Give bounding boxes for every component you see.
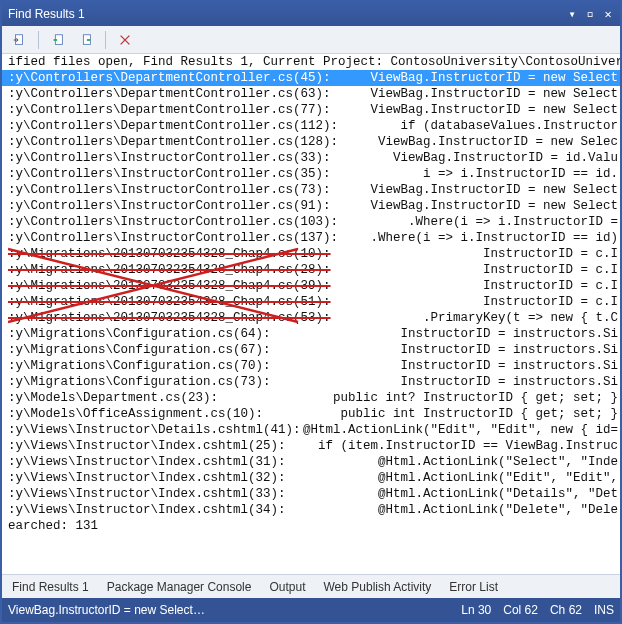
result-path: :y\Controllers\InstructorController.cs(1… bbox=[8, 214, 338, 230]
toolbar bbox=[2, 26, 620, 54]
result-line[interactable]: :y\Views\Instructor\Details.cshtml(41):@… bbox=[2, 422, 620, 438]
result-line[interactable]: :y\Migrations\201307032354328_Chap4.cs(5… bbox=[2, 294, 620, 310]
result-line[interactable]: :y\Controllers\DepartmentController.cs(1… bbox=[2, 118, 620, 134]
window-menu-icon[interactable]: ▾ bbox=[564, 6, 580, 22]
result-snippet: InstructorID = c.I bbox=[331, 246, 620, 262]
result-path: :y\Controllers\InstructorController.cs(3… bbox=[8, 166, 331, 182]
statusbar-ins: INS bbox=[594, 603, 614, 617]
result-snippet: ViewBag.InstructorID = new Selec bbox=[338, 134, 620, 150]
result-snippet: InstructorID = instructors.Si bbox=[271, 358, 620, 374]
result-snippet: ViewBag.InstructorID = id.Valu bbox=[331, 150, 620, 166]
result-path: :y\Migrations\201307032354328_Chap4.cs(2… bbox=[8, 262, 331, 278]
result-snippet: InstructorID = instructors.Si bbox=[271, 342, 620, 358]
result-snippet: InstructorID = c.I bbox=[331, 294, 620, 310]
statusbar-message: ViewBag.InstructorID = new SelectList(db… bbox=[8, 603, 208, 617]
result-snippet: @Html.ActionLink("Edit", "Edit", bbox=[286, 470, 620, 486]
result-line[interactable]: :y\Migrations\Configuration.cs(70):Instr… bbox=[2, 358, 620, 374]
result-path: :y\Controllers\InstructorController.cs(1… bbox=[8, 230, 338, 246]
clear-all-button[interactable] bbox=[114, 29, 136, 51]
result-line[interactable]: :y\Views\Instructor\Index.cshtml(34):@Ht… bbox=[2, 502, 620, 518]
result-snippet: if (databaseValues.Instructor bbox=[338, 118, 620, 134]
result-line[interactable]: :y\Migrations\201307032354328_Chap4.cs(1… bbox=[2, 246, 620, 262]
result-line[interactable]: :y\Views\Instructor\Index.cshtml(25):if … bbox=[2, 438, 620, 454]
result-path: :y\Controllers\DepartmentController.cs(7… bbox=[8, 102, 331, 118]
result-path: :y\Views\Instructor\Index.cshtml(31): bbox=[8, 454, 286, 470]
result-line[interactable]: :y\Views\Instructor\Index.cshtml(31):@Ht… bbox=[2, 454, 620, 470]
result-line[interactable]: :y\Controllers\InstructorController.cs(3… bbox=[2, 166, 620, 182]
go-to-location-button[interactable] bbox=[8, 29, 30, 51]
statusbar-line: Ln 30 bbox=[461, 603, 491, 617]
result-line[interactable]: :y\Migrations\201307032354328_Chap4.cs(3… bbox=[2, 278, 620, 294]
result-line[interactable]: :y\Controllers\DepartmentController.cs(7… bbox=[2, 102, 620, 118]
result-line[interactable]: :y\Migrations\201307032354328_Chap4.cs(5… bbox=[2, 310, 620, 326]
result-snippet: @Html.ActionLink("Edit", "Edit", new { i… bbox=[301, 422, 620, 438]
statusbar: ViewBag.InstructorID = new SelectList(db… bbox=[2, 598, 620, 622]
result-path: :y\Controllers\InstructorController.cs(3… bbox=[8, 150, 331, 166]
result-snippet: InstructorID = instructors.Si bbox=[271, 326, 620, 342]
result-snippet: ViewBag.InstructorID = new Select bbox=[331, 102, 620, 118]
title-text: Find Results 1 bbox=[8, 7, 85, 21]
result-path: :y\Views\Instructor\Index.cshtml(32): bbox=[8, 470, 286, 486]
result-path: :y\Controllers\DepartmentController.cs(4… bbox=[8, 70, 331, 86]
result-line[interactable]: :y\Controllers\InstructorController.cs(3… bbox=[2, 150, 620, 166]
next-result-button[interactable] bbox=[75, 29, 97, 51]
next-icon bbox=[79, 33, 93, 47]
prev-result-button[interactable] bbox=[47, 29, 69, 51]
tab-find-results[interactable]: Find Results 1 bbox=[10, 580, 91, 594]
result-line[interactable]: :y\Models\Department.cs(23):public int? … bbox=[2, 390, 620, 406]
result-line[interactable]: :y\Migrations\Configuration.cs(73):Instr… bbox=[2, 374, 620, 390]
result-line[interactable]: :y\Controllers\DepartmentController.cs(4… bbox=[2, 70, 620, 86]
result-path: :y\Controllers\DepartmentController.cs(1… bbox=[8, 118, 338, 134]
result-line[interactable]: :y\Controllers\InstructorController.cs(7… bbox=[2, 182, 620, 198]
result-line[interactable]: :y\Views\Instructor\Index.cshtml(33):@Ht… bbox=[2, 486, 620, 502]
result-snippet: if (item.InstructorID == ViewBag.Instruc bbox=[286, 438, 620, 454]
result-path: :y\Migrations\201307032354328_Chap4.cs(1… bbox=[8, 246, 331, 262]
close-icon[interactable]: ✕ bbox=[600, 6, 616, 22]
result-snippet: .Where(i => i.InstructorID == id) bbox=[338, 230, 620, 246]
results-header-line: ified files open, Find Results 1, Curren… bbox=[2, 54, 620, 70]
result-snippet: .Where(i => i.InstructorID = bbox=[338, 214, 620, 230]
statusbar-ch: Ch 62 bbox=[550, 603, 582, 617]
result-line[interactable]: :y\Migrations\Configuration.cs(64):Instr… bbox=[2, 326, 620, 342]
result-snippet: public int InstructorID { get; set; } bbox=[263, 406, 620, 422]
result-snippet: @Html.ActionLink("Delete", "Dele bbox=[286, 502, 620, 518]
result-path: :y\Views\Instructor\Index.cshtml(33): bbox=[8, 486, 286, 502]
result-path: :y\Views\Instructor\Details.cshtml(41): bbox=[8, 422, 301, 438]
result-path: :y\Views\Instructor\Index.cshtml(34): bbox=[8, 502, 286, 518]
tab-pkg-manager[interactable]: Package Manager Console bbox=[105, 580, 254, 594]
result-line[interactable]: :y\Controllers\InstructorController.cs(1… bbox=[2, 214, 620, 230]
result-path: :y\Views\Instructor\Index.cshtml(25): bbox=[8, 438, 286, 454]
result-snippet: InstructorID = instructors.Si bbox=[271, 374, 620, 390]
tab-web-publish[interactable]: Web Publish Activity bbox=[322, 580, 434, 594]
bottom-tabs: Find Results 1 Package Manager Console O… bbox=[2, 574, 620, 598]
titlebar: Find Results 1 ▾ ▫ ✕ bbox=[2, 2, 620, 26]
arrow-document-icon bbox=[12, 33, 26, 47]
result-line[interactable]: :y\Controllers\InstructorController.cs(9… bbox=[2, 198, 620, 214]
result-line[interactable]: :y\Migrations\Configuration.cs(67):Instr… bbox=[2, 342, 620, 358]
result-line[interactable]: :y\Models\OfficeAssignment.cs(10):public… bbox=[2, 406, 620, 422]
maximize-icon[interactable]: ▫ bbox=[582, 6, 598, 22]
result-path: :y\Controllers\DepartmentController.cs(1… bbox=[8, 134, 338, 150]
result-snippet: ViewBag.InstructorID = new Select bbox=[331, 70, 620, 86]
result-snippet: .PrimaryKey(t => new { t.C bbox=[331, 310, 620, 326]
result-line[interactable]: :y\Controllers\DepartmentController.cs(6… bbox=[2, 86, 620, 102]
result-snippet: public int? InstructorID { get; set; } bbox=[218, 390, 620, 406]
result-snippet: ViewBag.InstructorID = new Select bbox=[331, 182, 620, 198]
tab-output[interactable]: Output bbox=[267, 580, 307, 594]
result-line[interactable]: :y\Views\Instructor\Index.cshtml(32):@Ht… bbox=[2, 470, 620, 486]
result-line[interactable]: :y\Migrations\201307032354328_Chap4.cs(2… bbox=[2, 262, 620, 278]
result-path: :y\Controllers\InstructorController.cs(7… bbox=[8, 182, 331, 198]
result-snippet: ViewBag.InstructorID = new Select bbox=[331, 86, 620, 102]
toolbar-separator bbox=[38, 31, 39, 49]
result-line[interactable]: :y\Controllers\InstructorController.cs(1… bbox=[2, 230, 620, 246]
toolbar-separator bbox=[105, 31, 106, 49]
result-line[interactable]: :y\Controllers\DepartmentController.cs(1… bbox=[2, 134, 620, 150]
clear-icon bbox=[118, 33, 132, 47]
result-path: :y\Migrations\201307032354328_Chap4.cs(5… bbox=[8, 310, 331, 326]
result-path: :y\Controllers\InstructorController.cs(9… bbox=[8, 198, 331, 214]
tab-error-list[interactable]: Error List bbox=[447, 580, 500, 594]
result-snippet: InstructorID = c.I bbox=[331, 262, 620, 278]
results-text-area[interactable]: ified files open, Find Results 1, Curren… bbox=[2, 54, 620, 534]
prev-icon bbox=[51, 33, 65, 47]
result-path: :y\Models\Department.cs(23): bbox=[8, 390, 218, 406]
